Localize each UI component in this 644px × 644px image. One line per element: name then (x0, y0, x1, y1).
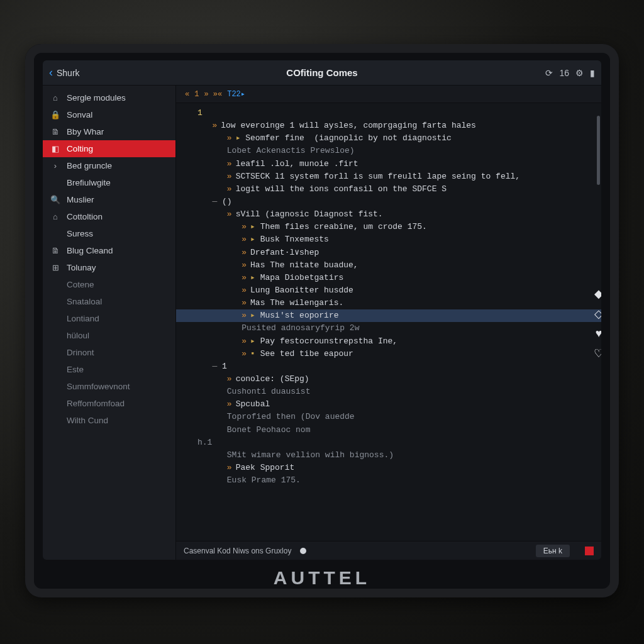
code-line[interactable]: »Spcubal (176, 398, 601, 411)
sync-icon[interactable]: ⟳ (545, 68, 553, 78)
sidebar-item-icon: 🗎 (50, 127, 60, 136)
code-line[interactable]: Eusk Prame 175. (176, 474, 601, 487)
code-line[interactable]: »logit will the ions confasil on the SDF… (176, 183, 601, 196)
back-label[interactable]: Shurk (57, 68, 80, 78)
sidebar-item[interactable]: ◧Colting (43, 140, 175, 157)
sidebar-item[interactable]: 🔒Sonval (43, 106, 175, 123)
code-line[interactable]: Bonet Peohaoc nom (176, 424, 601, 436)
sidebar-item[interactable]: Este (43, 361, 175, 378)
sidebar-item[interactable]: Summfowevnont (43, 378, 175, 395)
sidebar-item-label: Bed gruncle (67, 161, 112, 170)
sidebar-item-label: Blug Cleand (67, 246, 113, 255)
side-action-icon[interactable]: ♡ (594, 347, 601, 360)
code-line[interactable]: »▸ Musi'st eoporire (176, 309, 601, 322)
sidebar-item[interactable]: 🔍Muslier (43, 191, 175, 208)
code-line[interactable]: »▸ Mapa Diobetgatirs (176, 272, 601, 284)
sidebar-item-label: Snataloal (67, 297, 102, 306)
code-line[interactable]: »Lung Baonitter husdde (176, 284, 601, 297)
sidebar-item-label: Lontiand (67, 314, 99, 323)
code-line[interactable]: Toprofied then (Dov auedde (176, 411, 601, 423)
sidebar-item-icon: ⌂ (50, 93, 60, 103)
sidebar-item[interactable]: Reffomfomfoad (43, 395, 175, 412)
crumb-index: 1 (194, 90, 199, 99)
code-line[interactable]: »▪ See ted tibe eapour (176, 348, 601, 360)
sidebar-item[interactable]: Snataloal (43, 293, 175, 310)
crumb-arrow-icon: « (185, 90, 189, 99)
sidebar-item[interactable]: ⌂Cottoltion (43, 208, 175, 225)
sidebar-item-icon: ◧ (50, 144, 60, 153)
sidebar-item-label: Sonval (67, 110, 92, 119)
code-line[interactable]: »▸ Pay festocrounstrepstha Ine, (176, 335, 601, 348)
sidebar-item-label: Suress (67, 229, 93, 238)
page-title: COfiting Comes (43, 67, 601, 78)
sidebar-item-label: Tolunay (67, 263, 96, 272)
sidebar-item-label: Cotene (67, 280, 94, 289)
sidebar-item[interactable]: ⌂Sergle modules (43, 89, 175, 106)
sidebar-item[interactable]: hüloul (43, 327, 175, 344)
code-line[interactable]: 1 (176, 107, 601, 119)
sidebar-item[interactable]: ⊞Tolunay (43, 259, 175, 276)
code-line[interactable]: »conolce: (SEpg) (176, 373, 601, 386)
side-action-icon[interactable]: ◇ (594, 307, 601, 321)
code-line[interactable]: Cushonti duausist (176, 386, 601, 398)
crumb-arrows: » »« (204, 90, 222, 99)
main-panel: « 1 » »« T22▸ 1 »low everoinge 1 will ay… (176, 86, 601, 560)
sidebar-item[interactable]: 🗎Blug Cleand (43, 242, 175, 259)
sidebar[interactable]: ⌂Sergle modules🔒Sonval🗎Bby Whar◧Colting›… (43, 86, 176, 560)
code-line[interactable]: »leafil .lol, munoie .firt (176, 158, 601, 170)
code-line[interactable]: »Drefant·l∨shep (176, 247, 601, 259)
sidebar-item-label: Colting (67, 144, 93, 153)
sidebar-item[interactable]: Wilth Cund (43, 412, 175, 429)
status-text: Casenval Kod Niws ons Gruxloy (184, 547, 291, 555)
side-action-icon[interactable]: ◆ (594, 287, 601, 301)
sidebar-item[interactable]: ›Bed gruncle (43, 157, 175, 174)
sidebar-item[interactable]: 🗎Bby Whar (43, 123, 175, 140)
code-line[interactable]: »Mas The wilengaris. (176, 297, 601, 309)
sidebar-item-label: Brefiulwgite (67, 178, 111, 187)
code-line[interactable]: Pusited adnosaryfyrip 2w (176, 322, 601, 335)
code-line[interactable]: »sVill (iagnosic Diagnost fist. (176, 208, 601, 221)
code-line[interactable]: h.1 (176, 436, 601, 449)
crumb-tag[interactable]: T22▸ (227, 89, 245, 99)
code-line[interactable]: »▸ Them files creabine, um crode 175. (176, 221, 601, 233)
sidebar-item-label: Bby Whar (67, 127, 104, 136)
device-bezel: ‹ Shurk COfiting Comes ⟳ 16 ⚙ ▮ ⌂Sergle … (25, 44, 619, 597)
code-line[interactable]: »Paek Spporit (176, 462, 601, 474)
battery-icon: ▮ (590, 68, 595, 78)
sidebar-item-icon: › (50, 161, 60, 170)
code-line[interactable]: — 1 (176, 360, 601, 373)
topbar: ‹ Shurk COfiting Comes ⟳ 16 ⚙ ▮ (43, 60, 601, 86)
side-action-icon[interactable]: ♥ (594, 327, 601, 340)
sidebar-item-icon: 🔍 (50, 195, 60, 204)
back-chevron-icon[interactable]: ‹ (49, 66, 53, 79)
sidebar-item-label: Cottoltion (67, 212, 103, 221)
clock-value: 16 (559, 68, 569, 78)
sidebar-item-icon: ⌂ (50, 212, 60, 221)
status-dot-icon (300, 548, 306, 554)
code-line[interactable]: »low everoinge 1 will aysles, comprgagin… (176, 119, 601, 132)
sidebar-item[interactable]: Drinont (43, 344, 175, 361)
code-line[interactable]: — () (176, 196, 601, 208)
gear-icon[interactable]: ⚙ (575, 68, 584, 78)
code-line[interactable]: SMit wimare vellion wilh bignoss.) (176, 449, 601, 462)
sidebar-item-label: Reffomfomfoad (67, 399, 125, 408)
sidebar-item[interactable]: Brefiulwgite (43, 174, 175, 191)
sidebar-item-label: Drinont (67, 348, 94, 357)
scrollbar-thumb[interactable] (597, 116, 600, 185)
code-line[interactable]: »Has The nitate buadue, (176, 259, 601, 272)
sidebar-item[interactable]: Suress (43, 225, 175, 242)
sidebar-item-label: Wilth Cund (67, 416, 108, 425)
sidebar-item-icon: 🗎 (50, 246, 60, 255)
code-line[interactable]: »▸ Busk Tnxemests (176, 233, 601, 246)
sidebar-item-label: hüloul (67, 331, 89, 340)
status-button[interactable]: Еьн k (536, 545, 570, 557)
side-actions: ◆◇♥♡ (594, 287, 601, 360)
code-line[interactable]: »SCTSECK l1 system forll is sum freultl … (176, 170, 601, 183)
code-editor[interactable]: 1 »low everoinge 1 will aysles, comprgag… (176, 103, 601, 541)
sidebar-item[interactable]: Lontiand (43, 310, 175, 327)
stop-icon[interactable] (585, 547, 594, 555)
device-brand: AUTTEL (25, 567, 619, 589)
code-line[interactable]: Lobet Ackenactis Prewsloe) (176, 145, 601, 157)
sidebar-item[interactable]: Cotene (43, 276, 175, 293)
code-line[interactable]: »▸ Seomfer fine (iagnoplic by not diagno… (176, 132, 601, 145)
